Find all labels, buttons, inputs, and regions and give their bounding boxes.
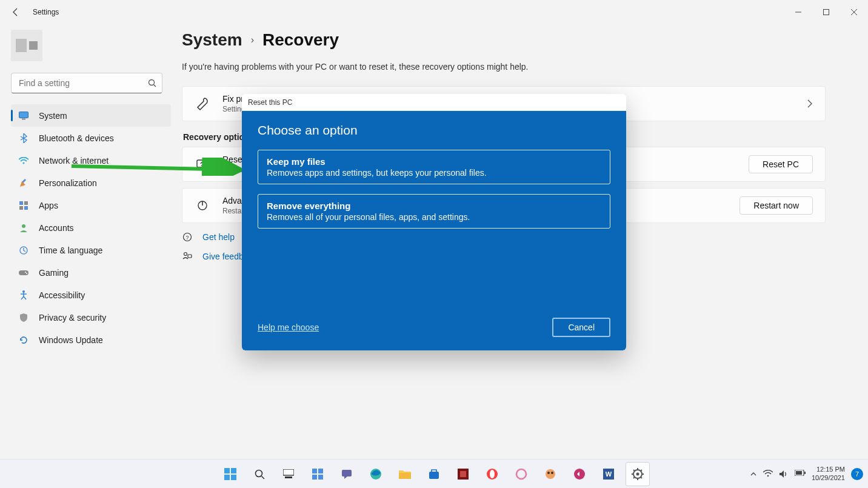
svg-rect-30 bbox=[312, 469, 317, 473]
tray-chevron-icon[interactable] bbox=[750, 470, 757, 478]
option-remove-everything[interactable]: Remove everything Removes all of your pe… bbox=[258, 194, 610, 229]
sidebar-item-update[interactable]: Windows Update bbox=[11, 329, 171, 351]
personalization-icon bbox=[18, 178, 29, 189]
svg-rect-9 bbox=[24, 206, 28, 210]
settings-taskbar-icon[interactable] bbox=[626, 462, 650, 486]
close-button[interactable] bbox=[840, 2, 868, 22]
update-icon bbox=[18, 335, 29, 346]
wifi-icon bbox=[763, 470, 773, 478]
sidebar-item-privacy[interactable]: Privacy & security bbox=[11, 306, 171, 329]
sidebar-item-label: Network & internet bbox=[39, 156, 109, 165]
svg-rect-28 bbox=[283, 469, 294, 475]
option-desc: Removes apps and settings, but keeps you… bbox=[267, 168, 601, 178]
app-red-icon[interactable] bbox=[451, 462, 475, 486]
svg-point-44 bbox=[547, 472, 550, 474]
svg-rect-62 bbox=[796, 471, 802, 475]
restart-now-button[interactable]: Restart now bbox=[739, 196, 813, 215]
svg-point-14 bbox=[26, 273, 27, 274]
option-desc: Removes all of your personal files, apps… bbox=[267, 212, 601, 222]
page-lead: If you're having problems with your PC o… bbox=[182, 62, 826, 72]
svg-text:?: ? bbox=[185, 235, 189, 241]
widgets-icon[interactable] bbox=[305, 462, 330, 486]
sidebar-item-network[interactable]: Network & internet bbox=[11, 149, 171, 172]
chevron-right-icon bbox=[807, 99, 813, 108]
sidebar-item-bluetooth[interactable]: Bluetooth & devices bbox=[11, 127, 171, 149]
svg-point-15 bbox=[22, 290, 25, 293]
svg-line-55 bbox=[633, 470, 635, 471]
edge-icon[interactable] bbox=[364, 462, 388, 486]
svg-rect-3 bbox=[22, 118, 25, 119]
sidebar: System Bluetooth & devices Network & int… bbox=[0, 24, 182, 459]
help-me-choose-link[interactable]: Help me choose bbox=[258, 323, 319, 332]
clock-time: 12:15 PM bbox=[812, 466, 845, 473]
feedback-icon bbox=[182, 251, 193, 262]
taskbar-search-icon[interactable] bbox=[247, 462, 272, 486]
taskbar: W 12:15 PM 10/29/2021 7 bbox=[0, 459, 868, 488]
search-input[interactable] bbox=[11, 73, 162, 93]
sidebar-item-system[interactable]: System bbox=[11, 104, 171, 127]
svg-rect-36 bbox=[399, 473, 411, 479]
volume-icon bbox=[779, 470, 789, 478]
dialog-heading: Choose an option bbox=[258, 123, 610, 138]
sidebar-item-label: System bbox=[39, 111, 67, 121]
svg-point-1 bbox=[149, 80, 155, 85]
sidebar-item-accessibility[interactable]: Accessibility bbox=[11, 284, 171, 306]
svg-rect-23 bbox=[224, 468, 230, 473]
chat-icon[interactable] bbox=[335, 462, 359, 486]
accounts-icon bbox=[18, 222, 29, 233]
accessibility-icon bbox=[18, 290, 29, 301]
back-button[interactable] bbox=[10, 6, 22, 18]
notification-badge[interactable]: 7 bbox=[851, 468, 863, 480]
svg-rect-61 bbox=[804, 472, 806, 474]
reset-pc-button[interactable]: Reset PC bbox=[749, 155, 813, 173]
sidebar-item-label: Gaming bbox=[39, 268, 68, 278]
sidebar-item-personalization[interactable]: Personalization bbox=[11, 172, 171, 194]
svg-line-58 bbox=[633, 477, 635, 478]
taskbar-clock[interactable]: 12:15 PM 10/29/2021 bbox=[812, 466, 845, 481]
opera-icon[interactable] bbox=[480, 462, 504, 486]
app-orange-icon[interactable] bbox=[538, 462, 563, 486]
svg-rect-6 bbox=[19, 201, 23, 205]
svg-rect-39 bbox=[460, 471, 466, 477]
app-magenta-icon[interactable] bbox=[567, 462, 592, 486]
shield-icon bbox=[18, 312, 29, 323]
minimize-button[interactable] bbox=[784, 2, 812, 22]
chevron-right-icon: › bbox=[251, 35, 254, 45]
svg-line-57 bbox=[641, 470, 642, 471]
battery-icon bbox=[795, 470, 806, 478]
get-help-link[interactable]: Get help bbox=[202, 232, 235, 242]
cancel-button[interactable]: Cancel bbox=[552, 318, 610, 337]
app-pink-icon[interactable] bbox=[509, 462, 533, 486]
svg-rect-25 bbox=[224, 475, 230, 480]
svg-point-50 bbox=[636, 472, 639, 475]
account-block[interactable] bbox=[11, 30, 162, 61]
store-icon[interactable] bbox=[422, 462, 446, 486]
breadcrumb-parent[interactable]: System bbox=[182, 30, 242, 50]
svg-rect-29 bbox=[285, 476, 292, 478]
sidebar-item-time[interactable]: Time & language bbox=[11, 239, 171, 261]
svg-point-4 bbox=[23, 162, 25, 164]
svg-rect-34 bbox=[342, 470, 352, 476]
svg-point-41 bbox=[490, 470, 495, 478]
sidebar-item-label: Apps bbox=[39, 201, 58, 210]
svg-rect-33 bbox=[318, 475, 323, 480]
start-button[interactable] bbox=[218, 462, 242, 486]
svg-rect-8 bbox=[19, 206, 23, 210]
svg-text:W: W bbox=[606, 470, 612, 478]
sidebar-item-apps[interactable]: Apps bbox=[11, 194, 171, 216]
option-keep-files[interactable]: Keep my files Removes apps and settings,… bbox=[258, 150, 610, 184]
search-field[interactable] bbox=[11, 73, 162, 93]
explorer-icon[interactable] bbox=[393, 462, 417, 486]
sidebar-item-accounts[interactable]: Accounts bbox=[11, 216, 171, 239]
system-tray[interactable] bbox=[763, 470, 806, 478]
svg-rect-2 bbox=[19, 112, 28, 118]
sidebar-item-gaming[interactable]: Gaming bbox=[11, 261, 171, 284]
network-icon bbox=[18, 155, 29, 166]
word-icon[interactable]: W bbox=[596, 462, 621, 486]
svg-rect-26 bbox=[231, 475, 236, 480]
svg-rect-21 bbox=[188, 255, 192, 258]
svg-point-20 bbox=[184, 253, 187, 256]
task-view-icon[interactable] bbox=[276, 462, 301, 486]
maximize-button[interactable] bbox=[812, 2, 840, 22]
apps-icon bbox=[18, 200, 29, 211]
